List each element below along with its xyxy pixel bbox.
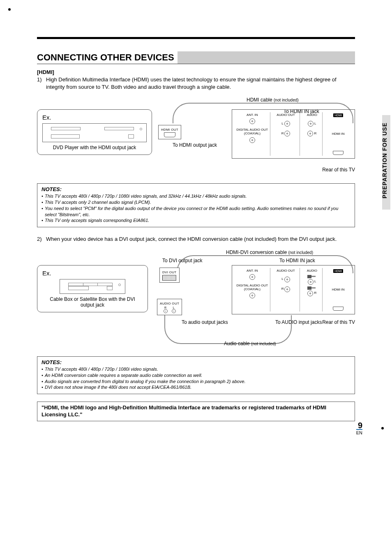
conv-cable-not-included: (not included) xyxy=(288,250,313,255)
audio-cable-text: Audio cable xyxy=(224,341,250,346)
ant-in-icon xyxy=(249,118,255,124)
dvd-caption: DVD Player with the HDMI output jack xyxy=(42,145,147,150)
ai-r-icon2 xyxy=(307,291,313,296)
notes-box-2: NOTES: This TV accepts 480i / 480p / 720… xyxy=(37,356,355,394)
para2-text: When your video device has a DVI output … xyxy=(46,235,355,243)
section-title-bar: CONNECTING OTHER DEVICES xyxy=(37,51,355,64)
note-item: This TV accepts 480i / 480p / 720p / 108… xyxy=(42,193,350,199)
audio-out-r-lbl: R xyxy=(281,132,284,135)
audio-r-lbl: R xyxy=(164,306,168,309)
dvi-out-port-label: DVI OUT xyxy=(162,270,177,274)
hdmi-in-label: HDMI IN xyxy=(332,132,345,136)
to-dvi-out-label: To DVI output jack xyxy=(162,258,202,263)
rear-label-2: Rear of this TV xyxy=(322,319,355,325)
audio-out-l-icon xyxy=(284,121,290,127)
audio-in-r-lbl: R xyxy=(314,132,316,135)
para1-text: High Definition Multimedia Interface (HD… xyxy=(46,76,355,90)
hdmi-cable-not-included: (not included) xyxy=(274,98,299,102)
audio-label-2: AUDIO xyxy=(307,269,317,272)
cable-box-wrap: Ex. Cable Box or Satellite Box with the … xyxy=(37,265,148,312)
hdmi-in-port-icon xyxy=(333,151,344,155)
ao-r2: R xyxy=(281,287,284,291)
hdmi-out-port-box: HDMI OUT xyxy=(158,125,181,139)
hdmi-in-label-2: HDMI IN xyxy=(332,288,345,291)
digital-audio-out-label: DIGITAL AUDIO OUT (COAXIAL) xyxy=(236,128,268,136)
audio-out-label-2: AUDIO OUT xyxy=(277,269,295,272)
ao-r-icon2 xyxy=(284,286,290,292)
note-item: Audio signals are converted from digital… xyxy=(42,379,350,385)
para2-num: 2) xyxy=(37,235,44,243)
ao-l-icon2 xyxy=(284,277,290,282)
audio-out-label: AUDIO OUT xyxy=(277,113,295,117)
audio-out-l-lbl: L xyxy=(281,122,283,125)
note-item: You need to select "PCM" for the digital… xyxy=(42,205,350,218)
note-item: This TV only accepts signals correspondi… xyxy=(42,217,350,224)
diagram-dvi: HDMI-DVI conversion cable (not included)… xyxy=(37,249,355,352)
hdmi-out-port-icon xyxy=(164,132,175,137)
hdmi-in-port-icon-2 xyxy=(333,307,344,311)
dvi-out-port-box: DVI OUT xyxy=(159,268,180,283)
audio-in-l-lbl: L xyxy=(314,122,316,125)
ai-l-icon2 xyxy=(308,279,314,285)
tv-rear-panel-2: ANT. IN DIGITAL AUDIO OUT (COAXIAL) AUDI… xyxy=(232,265,355,314)
ant-in-label-2: ANT. IN xyxy=(247,269,258,272)
dvd-player-icon xyxy=(42,123,147,142)
audio-plug-r-icon xyxy=(307,286,316,290)
hdmi-badge: HDMI xyxy=(333,113,343,117)
section-title-fill xyxy=(178,51,355,64)
notes-list-1: This TV accepts 480i / 480p / 720p / 108… xyxy=(42,193,350,224)
ex-label-1: Ex. xyxy=(42,114,147,121)
notes-box-1: NOTES: This TV accepts 480i / 480p / 720… xyxy=(37,183,355,227)
audio-out-port-label: AUDIO OUT xyxy=(160,302,179,305)
to-hdmi-in-label-2: To HDMI IN jack xyxy=(279,258,315,263)
audio-cable-curve xyxy=(164,315,292,344)
hdmi-cable-text: HDMI cable xyxy=(247,97,272,103)
ao-l2: L xyxy=(281,277,283,281)
audio-in-r-icon xyxy=(307,131,313,136)
digital-audio-icon-2 xyxy=(249,293,255,298)
crop-mark-br xyxy=(381,427,384,429)
notes-list-2: This TV accepts 480i / 480p / 720p / 108… xyxy=(42,366,350,390)
lang-label: EN xyxy=(356,429,362,435)
tv-rear-panel-1: ANT. IN DIGITAL AUDIO OUT (COAXIAL) AUDI… xyxy=(232,109,355,159)
ai-l2: L xyxy=(314,279,316,283)
hdmi-badge-2: HDMI xyxy=(333,269,343,273)
audio-out-r-icon xyxy=(284,131,290,136)
paragraph-2: 2) When your video device has a DVI outp… xyxy=(37,235,355,243)
ant-in-icon-2 xyxy=(249,274,255,280)
audio-label: AUDIO xyxy=(307,113,317,117)
note-item: DVI does not show image if the 480i does… xyxy=(42,384,350,390)
audio-l-lbl: L xyxy=(172,306,176,309)
diagram-hdmi: HDMI cable (not included) To HDMI IN jac… xyxy=(37,97,355,179)
ai-r2: R xyxy=(314,291,316,295)
note-item: An HDMI conversion cable requires a sepa… xyxy=(42,372,350,379)
conv-cable-text: HDMI-DVI conversion cable xyxy=(226,249,287,255)
audio-plug-l-icon xyxy=(307,275,316,278)
to-audio-in-label: To AUDIO input jacks xyxy=(275,319,322,325)
section-title: CONNECTING OTHER DEVICES xyxy=(37,51,178,64)
trademark-notice: "HDMI, the HDMI logo and High-Definition… xyxy=(37,402,355,421)
note-item: This TV accepts only 2 channel audio sig… xyxy=(42,199,350,205)
to-hdmi-out-label: To HDMI output jack xyxy=(173,142,217,148)
paragraph-1: 1) High Definition Multimedia Interface … xyxy=(37,76,355,90)
side-tab: PREPARATION FOR USE xyxy=(380,119,389,202)
dvd-player-box: Ex. DVD Player with the HDMI output jack xyxy=(37,109,152,155)
dvi-out-port-icon xyxy=(162,275,176,281)
audio-cable-not-included: (not included) xyxy=(251,342,276,346)
notes-heading-2: NOTES: xyxy=(42,359,350,365)
crop-mark-tl xyxy=(8,8,11,11)
ant-in-label: ANT. IN xyxy=(247,113,258,117)
audio-in-l-icon xyxy=(308,121,314,127)
para1-num: 1) xyxy=(37,76,44,90)
notes-heading-1: NOTES: xyxy=(42,186,350,192)
audio-out-port-box: AUDIO OUT R L xyxy=(157,299,182,315)
audio-cable-label: Audio cable (not included) xyxy=(224,341,276,346)
note-item: This TV accepts 480i / 480p / 720p / 108… xyxy=(42,366,350,372)
ex-label-2: Ex. xyxy=(42,270,143,277)
audio-l-icon xyxy=(172,309,176,313)
hdmi-out-port-label: HDMI OUT xyxy=(161,128,178,132)
hdmi-cable-label: HDMI cable (not included) xyxy=(247,97,299,103)
cable-box-caption: Cable Box or Satellite Box with the DVI … xyxy=(42,296,143,308)
hdmi-heading: [HDMI] xyxy=(37,69,355,75)
digital-audio-out-label-2: DIGITAL AUDIO OUT (COAXIAL) xyxy=(236,284,268,291)
